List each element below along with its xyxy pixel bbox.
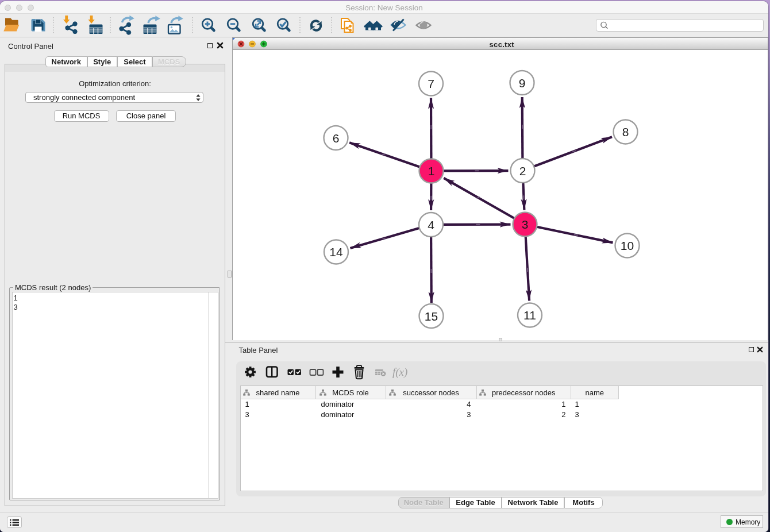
svg-text:1: 1 [428,164,435,178]
svg-text:10: 10 [621,239,634,252]
svg-text:15: 15 [425,310,438,323]
svg-text:6: 6 [333,132,340,145]
svg-text:f(x): f(x) [392,366,407,379]
svg-text:3: 3 [522,218,529,231]
svg-text:2: 2 [519,164,526,178]
svg-text:7: 7 [428,77,434,90]
svg-text:4: 4 [428,218,434,232]
svg-text:11: 11 [523,309,536,322]
svg-text:8: 8 [622,125,629,138]
svg-text:9: 9 [519,76,526,90]
svg-text:14: 14 [329,245,343,259]
